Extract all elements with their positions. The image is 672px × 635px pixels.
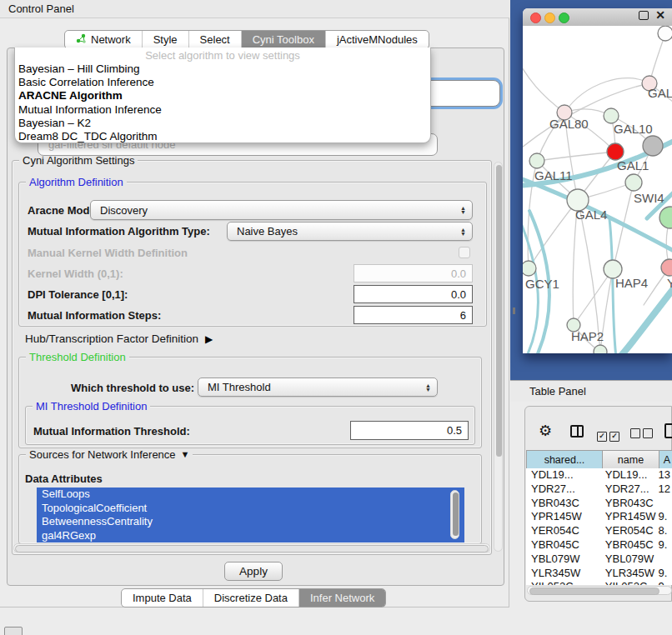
column-header-shared[interactable]: shared... bbox=[526, 450, 603, 470]
network-node-swi4[interactable] bbox=[625, 174, 642, 191]
settings-horizontal-scrollbar[interactable] bbox=[13, 543, 490, 552]
node-label-gal11: GAL11 bbox=[534, 168, 573, 182]
minimize-traffic-light[interactable] bbox=[544, 12, 555, 23]
zoom-traffic-light[interactable] bbox=[559, 12, 569, 23]
network-node[interactable] bbox=[643, 136, 663, 156]
settings-vertical-scrollbar[interactable] bbox=[494, 162, 503, 552]
network-node-y[interactable] bbox=[661, 259, 672, 276]
attribute-item-selfloops[interactable]: SelfLoops bbox=[37, 488, 464, 502]
table-row[interactable]: YPR145WYPR145W9. bbox=[526, 510, 672, 524]
which-threshold-select[interactable]: MI Threshold ▲▼ bbox=[198, 378, 438, 397]
node-label-gal10: GAL10 bbox=[614, 122, 653, 136]
network-graph[interactable]: GALGAL80GAL10GAL1GAL11SWI4GAL4GCY1HAP4YH… bbox=[523, 26, 672, 353]
table-cell: YPR145W bbox=[526, 510, 600, 524]
data-attributes-list[interactable]: SelfLoopsTopologicalCoefficientBetweenne… bbox=[37, 488, 464, 542]
table-cell: 9. bbox=[656, 538, 672, 552]
split-columns-icon[interactable] bbox=[570, 425, 584, 438]
hub-definition-row[interactable]: Hub/Transcription Factor Definition ▶ bbox=[25, 332, 213, 345]
bottom-tab-bar: Impute DataDiscretize DataInfer Network bbox=[121, 588, 386, 608]
network-edge[interactable] bbox=[523, 63, 564, 112]
attributes-scrollbar[interactable] bbox=[450, 490, 459, 539]
table-row[interactable]: YER054CYER054C8. bbox=[526, 524, 672, 538]
algorithm-option-basic-correlation-inference[interactable]: Basic Correlation Inference bbox=[15, 76, 430, 89]
table-row[interactable]: YBL079WYBL079W bbox=[526, 552, 672, 567]
table-row[interactable]: YLR345WYLR345W9. bbox=[526, 567, 672, 581]
algorithm-option-aracne-algorithm[interactable]: ARACNE Algorithm bbox=[15, 89, 430, 102]
network-node[interactable] bbox=[658, 26, 672, 41]
algorithm-option-dream8-dc-tdc-algorithm[interactable]: Dream8 DC_TDC Algorithm bbox=[15, 130, 430, 143]
table-body: YDL19...YDL19...13YDR27...YDR27...12YBR0… bbox=[526, 468, 672, 585]
float-window-icon[interactable] bbox=[639, 11, 649, 20]
tab-discretize-data[interactable]: Discretize Data bbox=[203, 589, 299, 607]
panel-divider-grip[interactable] bbox=[513, 308, 515, 314]
table-row[interactable]: YBR043CYBR043C bbox=[526, 497, 672, 511]
data-attributes-label: Data Attributes bbox=[25, 472, 103, 485]
sources-title-row[interactable]: Sources for Network Inference ▼ bbox=[26, 448, 193, 461]
network-node-gal11[interactable] bbox=[529, 153, 544, 168]
dpi-tolerance-field[interactable]: 0.0 bbox=[354, 285, 473, 303]
network-edge[interactable] bbox=[574, 269, 613, 325]
tab-cyni-toolbox[interactable]: Cyni Toolbox bbox=[242, 31, 326, 48]
table-row[interactable]: YIL052CYIL052C9 bbox=[526, 580, 672, 585]
tab-jactivemnodules[interactable]: jActiveMNodules bbox=[326, 31, 429, 48]
node-label-gal1: GAL1 bbox=[617, 158, 649, 172]
mi-threshold-field[interactable]: 0.5 bbox=[350, 421, 469, 440]
network-window[interactable]: GALGAL80GAL10GAL1GAL11SWI4GAL4GCY1HAP4YH… bbox=[523, 8, 672, 353]
table-header-row: shared...nameA bbox=[526, 450, 672, 470]
network-node[interactable] bbox=[659, 207, 672, 228]
network-edge-highlighted[interactable] bbox=[619, 284, 672, 353]
mi-type-select[interactable]: Naive Bayes ▲▼ bbox=[227, 222, 473, 241]
tab-label: Select bbox=[200, 33, 230, 46]
table-cell: YBR045C bbox=[600, 538, 657, 552]
network-node-gal1[interactable] bbox=[607, 143, 624, 160]
network-canvas[interactable]: GALGAL80GAL10GAL1GAL11SWI4GAL4GCY1HAP4YH… bbox=[523, 26, 672, 353]
column-header-a[interactable]: A bbox=[659, 450, 672, 470]
algorithm-popup: Select algorithm to view settings Bayesi… bbox=[14, 48, 431, 143]
algorithm-option-bayesian-k2[interactable]: Bayesian – K2 bbox=[15, 117, 430, 130]
apply-button[interactable]: Apply bbox=[224, 562, 283, 581]
node-label-hap2: HAP2 bbox=[571, 329, 604, 343]
app-root: GALGAL80GAL10GAL1GAL11SWI4GAL4GCY1HAP4YH… bbox=[0, 0, 672, 635]
node-label-gcy1: GCY1 bbox=[525, 277, 559, 291]
algorithm-option-mutual-information-inference[interactable]: Mutual Information Inference bbox=[15, 103, 430, 117]
tab-infer-network[interactable]: Infer Network bbox=[299, 589, 385, 607]
expand-right-icon[interactable]: ▶ bbox=[205, 333, 213, 345]
table-row[interactable]: YDL19...YDL19...13 bbox=[526, 468, 672, 482]
manual-kernel-checkbox[interactable] bbox=[459, 247, 470, 258]
which-threshold-label: Which threshold to use: bbox=[71, 382, 194, 394]
kernel-width-field[interactable]: 0.0 bbox=[354, 264, 473, 282]
aracne-mode-select[interactable]: Discovery ▲▼ bbox=[90, 200, 473, 220]
attribute-item-gal4rgexp[interactable]: gal4RGexp bbox=[37, 529, 464, 543]
node-label-gal: GAL bbox=[648, 86, 672, 100]
table-row[interactable]: YBR045CYBR045C9. bbox=[526, 538, 672, 552]
attribute-item-topologicalcoefficient[interactable]: TopologicalCoefficient bbox=[37, 502, 464, 516]
document-icon[interactable] bbox=[664, 423, 672, 438]
tab-style[interactable]: Style bbox=[143, 31, 189, 48]
attribute-item-betweennesscentrality[interactable]: BetweennessCentrality bbox=[37, 515, 464, 529]
table-horizontal-scrollbar[interactable] bbox=[527, 586, 672, 595]
tab-network[interactable]: Network bbox=[65, 31, 143, 48]
network-edge[interactable] bbox=[564, 78, 649, 112]
collapse-down-icon[interactable]: ▼ bbox=[181, 448, 190, 461]
mi-steps-field[interactable]: 6 bbox=[354, 306, 473, 324]
table-cell: 9. bbox=[656, 510, 672, 524]
table-cell: YDL19... bbox=[526, 468, 600, 482]
close-traffic-light[interactable] bbox=[530, 12, 541, 23]
algorithm-option-bayesian-hill-climbing[interactable]: Bayesian – Hill Climbing bbox=[15, 62, 430, 76]
table-cell: YDR27... bbox=[600, 482, 657, 497]
collapsed-panel-icon[interactable] bbox=[4, 627, 23, 635]
select-all-icon[interactable]: ✓✓ bbox=[597, 427, 622, 442]
table-row[interactable]: YDR27...YDR27...12 bbox=[526, 482, 672, 497]
network-window-titlebar[interactable] bbox=[523, 8, 672, 27]
tab-select[interactable]: Select bbox=[189, 31, 242, 48]
network-edge[interactable] bbox=[529, 200, 578, 268]
column-header-name[interactable]: name bbox=[603, 450, 659, 470]
dpi-tolerance-label: DPI Tolerance [0,1]: bbox=[28, 288, 128, 301]
network-node[interactable] bbox=[594, 345, 607, 353]
close-icon[interactable]: ✕ bbox=[655, 8, 665, 22]
tab-impute-data[interactable]: Impute Data bbox=[122, 589, 203, 607]
network-edge[interactable] bbox=[537, 152, 615, 161]
network-node-gcy1[interactable] bbox=[523, 261, 536, 276]
gear-icon[interactable]: ⚙ bbox=[539, 423, 552, 439]
deselect-all-icon[interactable] bbox=[630, 427, 655, 442]
